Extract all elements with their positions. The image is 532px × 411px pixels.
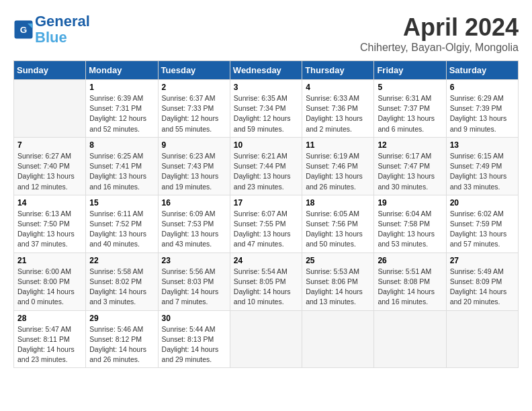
calendar-header-row: SundayMondayTuesdayWednesdayThursdayFrid… <box>14 61 519 80</box>
calendar-cell: 30Sunrise: 5:44 AM Sunset: 8:13 PM Dayli… <box>158 310 230 368</box>
day-info: Sunrise: 5:53 AM Sunset: 8:06 PM Dayligh… <box>306 267 370 308</box>
day-number: 26 <box>378 256 442 265</box>
day-info: Sunrise: 6:35 AM Sunset: 7:34 PM Dayligh… <box>234 93 298 134</box>
location-subtitle: Chihertey, Bayan-Olgiy, Mongolia <box>360 42 519 54</box>
day-number: 28 <box>17 314 82 323</box>
day-info: Sunrise: 6:04 AM Sunset: 7:58 PM Dayligh… <box>378 209 442 250</box>
calendar-cell: 15Sunrise: 6:11 AM Sunset: 7:52 PM Dayli… <box>86 195 158 253</box>
calendar-cell: 27Sunrise: 5:49 AM Sunset: 8:09 PM Dayli… <box>446 253 518 310</box>
calendar-cell: 9Sunrise: 6:23 AM Sunset: 7:43 PM Daylig… <box>158 137 230 195</box>
calendar-cell <box>302 310 374 368</box>
day-number: 1 <box>89 83 154 92</box>
day-info: Sunrise: 6:27 AM Sunset: 7:40 PM Dayligh… <box>17 151 82 192</box>
calendar-cell: 28Sunrise: 5:47 AM Sunset: 8:11 PM Dayli… <box>14 310 86 368</box>
day-info: Sunrise: 5:49 AM Sunset: 8:09 PM Dayligh… <box>450 267 515 308</box>
day-info: Sunrise: 6:02 AM Sunset: 7:59 PM Dayligh… <box>450 209 515 250</box>
day-number: 14 <box>17 198 82 208</box>
day-number: 13 <box>450 140 515 150</box>
day-info: Sunrise: 5:54 AM Sunset: 8:05 PM Dayligh… <box>234 267 298 308</box>
day-number: 15 <box>89 198 154 208</box>
calendar-cell: 24Sunrise: 5:54 AM Sunset: 8:05 PM Dayli… <box>230 253 302 310</box>
day-header-wednesday: Wednesday <box>230 61 302 80</box>
day-number: 24 <box>234 256 298 265</box>
calendar-cell: 13Sunrise: 6:15 AM Sunset: 7:49 PM Dayli… <box>446 137 518 195</box>
day-header-friday: Friday <box>374 61 446 80</box>
calendar-cell: 2Sunrise: 6:37 AM Sunset: 7:33 PM Daylig… <box>158 80 230 138</box>
day-number: 5 <box>378 83 442 92</box>
calendar-cell: 4Sunrise: 6:33 AM Sunset: 7:36 PM Daylig… <box>302 80 374 138</box>
day-number: 22 <box>89 256 154 265</box>
calendar-cell: 11Sunrise: 6:19 AM Sunset: 7:46 PM Dayli… <box>302 137 374 195</box>
day-number: 29 <box>89 314 154 323</box>
day-info: Sunrise: 6:31 AM Sunset: 7:37 PM Dayligh… <box>378 93 442 134</box>
day-number: 10 <box>234 140 298 150</box>
day-info: Sunrise: 5:56 AM Sunset: 8:03 PM Dayligh… <box>162 267 226 308</box>
day-info: Sunrise: 6:19 AM Sunset: 7:46 PM Dayligh… <box>306 151 370 192</box>
day-number: 16 <box>162 198 226 208</box>
day-number: 18 <box>306 198 370 208</box>
svg-text:G: G <box>20 25 28 35</box>
day-number: 19 <box>378 198 442 208</box>
calendar-cell: 18Sunrise: 6:05 AM Sunset: 7:56 PM Dayli… <box>302 195 374 253</box>
week-row-2: 14Sunrise: 6:13 AM Sunset: 7:50 PM Dayli… <box>14 195 519 253</box>
day-number: 21 <box>17 256 82 265</box>
day-header-thursday: Thursday <box>302 61 374 80</box>
calendar-cell: 7Sunrise: 6:27 AM Sunset: 7:40 PM Daylig… <box>14 137 86 195</box>
logo: G General Blue <box>13 13 90 46</box>
day-number: 25 <box>306 256 370 265</box>
day-info: Sunrise: 5:58 AM Sunset: 8:02 PM Dayligh… <box>89 267 154 308</box>
day-info: Sunrise: 6:05 AM Sunset: 7:56 PM Dayligh… <box>306 209 370 250</box>
logo-blue: Blue <box>35 29 67 46</box>
calendar-cell: 10Sunrise: 6:21 AM Sunset: 7:44 PM Dayli… <box>230 137 302 195</box>
calendar-cell: 1Sunrise: 6:39 AM Sunset: 7:31 PM Daylig… <box>86 80 158 138</box>
day-header-tuesday: Tuesday <box>158 61 230 80</box>
day-info: Sunrise: 6:21 AM Sunset: 7:44 PM Dayligh… <box>234 151 298 192</box>
title-block: April 2024 Chihertey, Bayan-Olgiy, Mongo… <box>360 13 519 54</box>
page-header: G General Blue April 2024 Chihertey, Bay… <box>13 13 519 54</box>
calendar-table: SundayMondayTuesdayWednesdayThursdayFrid… <box>13 60 519 368</box>
calendar-cell <box>230 310 302 368</box>
day-number: 11 <box>306 140 370 150</box>
day-info: Sunrise: 6:39 AM Sunset: 7:31 PM Dayligh… <box>89 93 154 134</box>
calendar-cell: 12Sunrise: 6:17 AM Sunset: 7:47 PM Dayli… <box>374 137 446 195</box>
day-number: 6 <box>450 83 515 92</box>
day-number: 12 <box>378 140 442 150</box>
calendar-cell <box>446 310 518 368</box>
week-row-3: 21Sunrise: 6:00 AM Sunset: 8:00 PM Dayli… <box>14 253 519 310</box>
day-number: 27 <box>450 256 515 265</box>
calendar-cell: 29Sunrise: 5:46 AM Sunset: 8:12 PM Dayli… <box>86 310 158 368</box>
logo-icon: G <box>13 19 34 40</box>
day-info: Sunrise: 6:09 AM Sunset: 7:53 PM Dayligh… <box>162 209 226 250</box>
calendar-cell: 20Sunrise: 6:02 AM Sunset: 7:59 PM Dayli… <box>446 195 518 253</box>
day-info: Sunrise: 5:51 AM Sunset: 8:08 PM Dayligh… <box>378 267 442 308</box>
day-header-monday: Monday <box>86 61 158 80</box>
calendar-cell: 3Sunrise: 6:35 AM Sunset: 7:34 PM Daylig… <box>230 80 302 138</box>
day-number: 8 <box>89 140 154 150</box>
day-number: 2 <box>162 83 226 92</box>
calendar-cell: 16Sunrise: 6:09 AM Sunset: 7:53 PM Dayli… <box>158 195 230 253</box>
calendar-cell: 5Sunrise: 6:31 AM Sunset: 7:37 PM Daylig… <box>374 80 446 138</box>
calendar-cell: 23Sunrise: 5:56 AM Sunset: 8:03 PM Dayli… <box>158 253 230 310</box>
calendar-body: 1Sunrise: 6:39 AM Sunset: 7:31 PM Daylig… <box>14 80 519 368</box>
day-info: Sunrise: 6:25 AM Sunset: 7:41 PM Dayligh… <box>89 151 154 192</box>
day-number: 17 <box>234 198 298 208</box>
calendar-cell: 17Sunrise: 6:07 AM Sunset: 7:55 PM Dayli… <box>230 195 302 253</box>
day-info: Sunrise: 6:33 AM Sunset: 7:36 PM Dayligh… <box>306 93 370 134</box>
day-number: 7 <box>17 140 82 150</box>
calendar-cell <box>14 80 86 138</box>
day-info: Sunrise: 5:47 AM Sunset: 8:11 PM Dayligh… <box>17 324 82 365</box>
week-row-1: 7Sunrise: 6:27 AM Sunset: 7:40 PM Daylig… <box>14 137 519 195</box>
day-info: Sunrise: 6:17 AM Sunset: 7:47 PM Dayligh… <box>378 151 442 192</box>
day-number: 4 <box>306 83 370 92</box>
calendar-cell: 21Sunrise: 6:00 AM Sunset: 8:00 PM Dayli… <box>14 253 86 310</box>
day-header-saturday: Saturday <box>446 61 518 80</box>
day-number: 30 <box>162 314 226 323</box>
calendar-cell: 19Sunrise: 6:04 AM Sunset: 7:58 PM Dayli… <box>374 195 446 253</box>
calendar-cell: 6Sunrise: 6:29 AM Sunset: 7:39 PM Daylig… <box>446 80 518 138</box>
day-info: Sunrise: 6:00 AM Sunset: 8:00 PM Dayligh… <box>17 267 82 308</box>
calendar-cell: 22Sunrise: 5:58 AM Sunset: 8:02 PM Dayli… <box>86 253 158 310</box>
day-info: Sunrise: 6:29 AM Sunset: 7:39 PM Dayligh… <box>450 93 515 134</box>
day-number: 9 <box>162 140 226 150</box>
day-info: Sunrise: 6:11 AM Sunset: 7:52 PM Dayligh… <box>89 209 154 250</box>
day-number: 20 <box>450 198 515 208</box>
